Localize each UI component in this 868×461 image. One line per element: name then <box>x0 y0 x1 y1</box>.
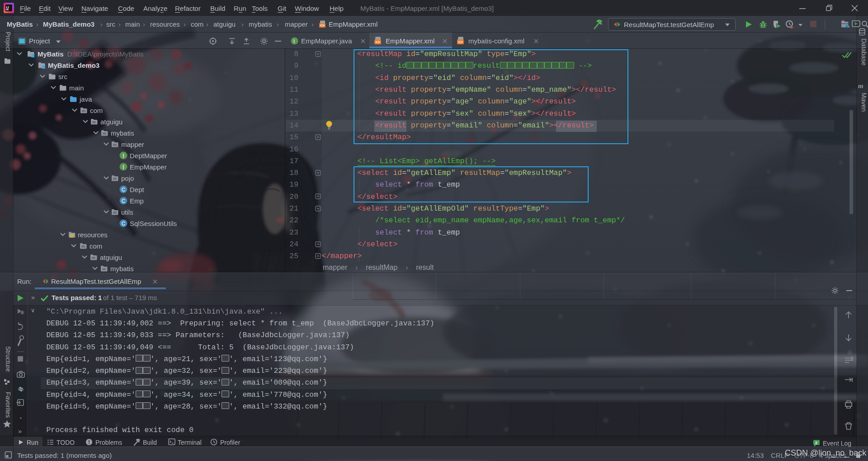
svg-text:C: C <box>122 198 126 204</box>
svg-text:<>: <> <box>458 40 463 45</box>
svg-text:I: I <box>293 38 295 44</box>
svg-text:I: I <box>123 153 124 159</box>
svg-text:C: C <box>122 187 126 193</box>
svg-text:<>: <> <box>320 24 325 28</box>
svg-text:I: I <box>123 164 124 170</box>
svg-text:C: C <box>122 221 126 227</box>
svg-text:IJ: IJ <box>6 5 9 9</box>
svg-text:<>: <> <box>375 40 380 45</box>
svg-text:2: 2 <box>815 441 817 445</box>
svg-text:9: 9 <box>21 310 24 315</box>
